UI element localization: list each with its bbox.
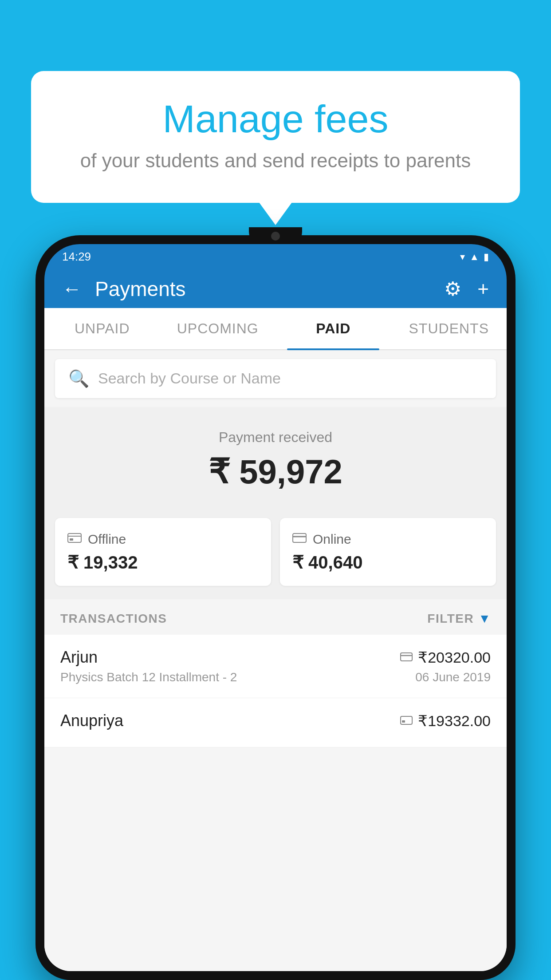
transaction-row-2[interactable]: Anupriya ₹19332.00 bbox=[44, 698, 507, 747]
svg-rect-7 bbox=[401, 716, 412, 724]
svg-rect-2 bbox=[70, 538, 73, 541]
transaction-row[interactable]: Arjun ₹20320.00 bbox=[44, 635, 507, 698]
wifi-icon: ▾ bbox=[460, 251, 465, 263]
status-time: 14:29 bbox=[62, 250, 91, 264]
transaction-date-1: 06 June 2019 bbox=[415, 670, 491, 684]
payment-received-section: Payment received ₹ 59,972 bbox=[44, 407, 507, 509]
phone-mockup: 14:29 ▾ ▲ ▮ ← Payments ⚙ + bbox=[35, 235, 516, 980]
offline-card: Offline ₹ 19,332 bbox=[55, 518, 271, 586]
filter-icon: ▼ bbox=[478, 612, 491, 626]
svg-rect-5 bbox=[401, 653, 412, 661]
back-button[interactable]: ← bbox=[62, 278, 82, 300]
bubble-subtitle: of your students and send receipts to pa… bbox=[67, 150, 484, 172]
transaction-icon-2 bbox=[400, 713, 413, 728]
transaction-course-1: Physics Batch 12 Installment - 2 bbox=[60, 670, 237, 684]
transaction-bottom-1: Physics Batch 12 Installment - 2 06 June… bbox=[60, 670, 491, 684]
app-header: ← Payments ⚙ + bbox=[44, 270, 507, 308]
transaction-amount-wrapper-2: ₹19332.00 bbox=[400, 712, 491, 730]
battery-icon: ▮ bbox=[484, 251, 489, 263]
phone-screen-area: 14:29 ▾ ▲ ▮ ← Payments ⚙ + bbox=[44, 244, 507, 971]
settings-icon[interactable]: ⚙ bbox=[444, 277, 461, 300]
payment-total-amount: ₹ 59,972 bbox=[53, 452, 498, 491]
transactions-label: TRANSACTIONS bbox=[60, 612, 167, 626]
transaction-amount-wrapper-1: ₹20320.00 bbox=[400, 648, 491, 666]
transaction-amount-1: ₹20320.00 bbox=[418, 648, 491, 666]
payment-received-label: Payment received bbox=[53, 429, 498, 446]
payment-cards: Offline ₹ 19,332 bbox=[44, 509, 507, 599]
tab-unpaid[interactable]: UNPAID bbox=[44, 308, 160, 349]
header-actions: ⚙ + bbox=[444, 277, 489, 300]
svg-rect-3 bbox=[293, 533, 306, 542]
search-icon: 🔍 bbox=[68, 369, 89, 388]
offline-card-header: Offline bbox=[67, 531, 259, 548]
transactions-header: TRANSACTIONS FILTER ▼ bbox=[44, 599, 507, 635]
online-label: Online bbox=[313, 532, 351, 547]
svg-rect-0 bbox=[68, 533, 81, 542]
screen-content: 🔍 Search by Course or Name Payment recei… bbox=[44, 350, 507, 971]
tab-paid[interactable]: PAID bbox=[276, 308, 391, 349]
tab-upcoming[interactable]: UPCOMING bbox=[160, 308, 276, 349]
online-amount: ₹ 40,640 bbox=[292, 552, 484, 573]
transaction-amount-2: ₹19332.00 bbox=[418, 712, 491, 730]
status-icons: ▾ ▲ ▮ bbox=[460, 251, 489, 263]
online-card-header: Online bbox=[292, 531, 484, 548]
search-bar[interactable]: 🔍 Search by Course or Name bbox=[55, 359, 496, 398]
tabs-bar: UNPAID UPCOMING PAID STUDENTS bbox=[44, 308, 507, 350]
tab-students[interactable]: STUDENTS bbox=[391, 308, 507, 349]
online-icon bbox=[292, 531, 307, 548]
svg-rect-8 bbox=[402, 720, 405, 723]
search-placeholder: Search by Course or Name bbox=[98, 370, 281, 387]
offline-icon bbox=[67, 531, 82, 548]
transaction-icon-1 bbox=[400, 650, 413, 665]
status-bar: 14:29 ▾ ▲ ▮ bbox=[44, 244, 507, 270]
add-icon[interactable]: + bbox=[477, 278, 489, 300]
transaction-top-1: Arjun ₹20320.00 bbox=[60, 648, 491, 667]
phone-body: 14:29 ▾ ▲ ▮ ← Payments ⚙ + bbox=[35, 235, 516, 980]
speech-bubble: Manage fees of your students and send re… bbox=[31, 71, 520, 203]
phone-screen: UNPAID UPCOMING PAID STUDENTS bbox=[44, 308, 507, 971]
transaction-name-1: Arjun bbox=[60, 648, 98, 667]
filter-label: FILTER bbox=[427, 612, 474, 626]
phone-notch bbox=[249, 227, 302, 245]
speech-bubble-container: Manage fees of your students and send re… bbox=[31, 71, 520, 203]
online-card: Online ₹ 40,640 bbox=[280, 518, 496, 586]
filter-button[interactable]: FILTER ▼ bbox=[427, 612, 491, 626]
page-title: Payments bbox=[95, 277, 431, 301]
signal-icon: ▲ bbox=[469, 251, 479, 263]
offline-label: Offline bbox=[88, 532, 126, 547]
transaction-top-2: Anupriya ₹19332.00 bbox=[60, 711, 491, 730]
camera bbox=[271, 232, 280, 241]
transaction-name-2: Anupriya bbox=[60, 711, 123, 730]
bubble-title: Manage fees bbox=[67, 98, 484, 141]
offline-amount: ₹ 19,332 bbox=[67, 552, 259, 573]
